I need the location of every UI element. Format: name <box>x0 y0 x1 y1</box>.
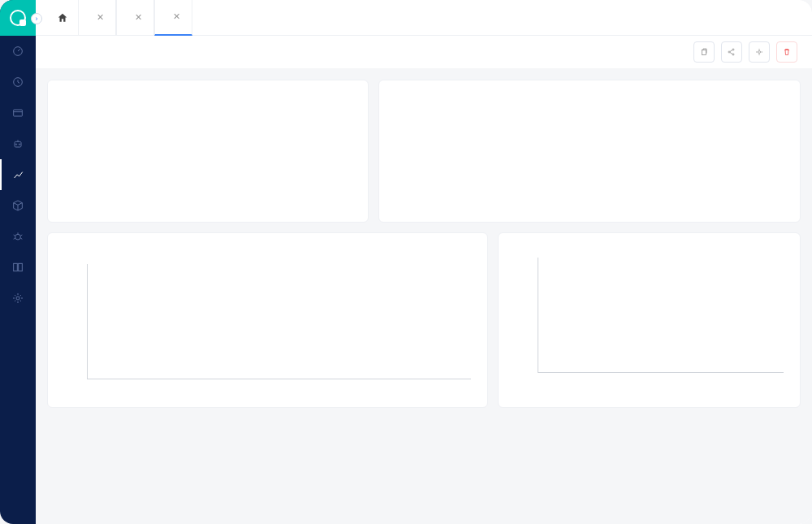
svg-point-13 <box>732 54 734 55</box>
nav-robot[interactable] <box>0 128 36 159</box>
svg-point-4 <box>15 144 16 145</box>
copy-button[interactable] <box>693 41 715 63</box>
topbar: ✕ ✕ ✕ <box>36 0 812 36</box>
svg-point-6 <box>15 234 21 240</box>
test-health-card <box>47 80 369 223</box>
nav-analytics[interactable] <box>0 159 36 190</box>
nav-package[interactable] <box>0 190 36 221</box>
main: ✕ ✕ ✕ <box>36 0 812 524</box>
device-card <box>378 80 801 223</box>
nav-history[interactable] <box>0 67 36 97</box>
tabs: ✕ ✕ ✕ <box>78 0 192 36</box>
nav-dashboard[interactable] <box>0 36 36 67</box>
svg-rect-2 <box>14 110 23 116</box>
nav-layout[interactable] <box>0 252 36 283</box>
subbar-actions <box>674 41 797 63</box>
home-icon[interactable] <box>57 12 68 24</box>
nav-browser[interactable] <box>0 97 36 128</box>
svg-point-11 <box>728 51 730 53</box>
donut-chart <box>646 93 752 199</box>
share-button[interactable] <box>721 41 742 63</box>
svg-rect-10 <box>702 50 706 55</box>
job-chart <box>61 264 474 394</box>
svg-point-14 <box>758 51 761 54</box>
concurrency-card <box>498 232 801 408</box>
nav-bug[interactable] <box>0 221 36 252</box>
close-icon[interactable]: ✕ <box>135 12 142 23</box>
nav-settings[interactable] <box>0 283 36 314</box>
settings-button[interactable] <box>749 41 770 63</box>
delete-button[interactable] <box>776 41 797 63</box>
close-icon[interactable]: ✕ <box>97 12 104 23</box>
svg-point-12 <box>732 49 734 50</box>
subbar <box>36 36 812 68</box>
svg-point-9 <box>16 297 19 300</box>
close-icon[interactable]: ✕ <box>173 11 180 22</box>
svg-point-5 <box>19 144 19 145</box>
tab-falcon-team[interactable]: ✕ <box>116 0 154 36</box>
svg-rect-8 <box>19 263 23 271</box>
tab-auto-testing[interactable]: ✕ <box>154 0 192 36</box>
tab-automation-analytics[interactable]: ✕ <box>78 0 116 36</box>
content <box>36 68 812 524</box>
expand-sidebar-button[interactable]: › <box>31 13 42 24</box>
job-trends-card <box>47 232 488 408</box>
sidebar <box>0 0 36 524</box>
svg-rect-7 <box>14 263 18 271</box>
concurrency-chart <box>512 258 787 388</box>
